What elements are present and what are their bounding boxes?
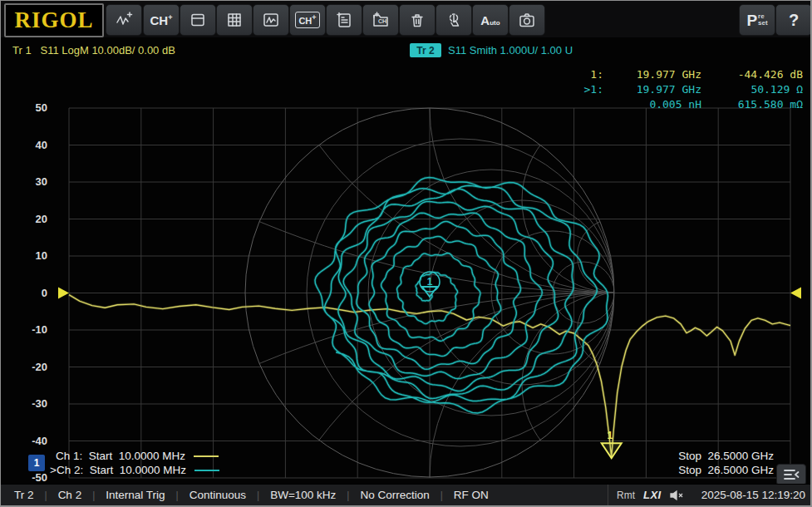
preset-label: P (746, 12, 757, 28)
help-icon: ? (789, 12, 799, 28)
trace2-smith (315, 178, 608, 414)
window-layout-icon (189, 11, 207, 29)
marker-readout-freq: 19.977 GHz (603, 67, 701, 82)
trace2-badge[interactable]: Tr 2 (410, 43, 441, 57)
toolbar-button-save-trace-data[interactable] (326, 4, 362, 36)
status-separator: | (45, 490, 47, 501)
mute-icon[interactable] (669, 490, 684, 501)
status-bandwidth[interactable]: BW=100 kHz (270, 489, 336, 501)
status-trigger[interactable]: Internal Trig (106, 489, 165, 501)
toolbar-button-channel-file[interactable]: CH (362, 4, 399, 36)
camera-icon (518, 11, 536, 29)
status-sweep[interactable]: Continuous (189, 489, 246, 501)
marker-readout-value: 615.580 mΩ (701, 97, 803, 112)
clipboard-add-icon (335, 11, 353, 29)
rigol-logo: RIGOL (4, 3, 104, 37)
toolbar-button-screenshot[interactable] (509, 4, 545, 36)
toolbar-button-window-layout[interactable] (180, 4, 216, 36)
toolbar-button-new-channel-window[interactable]: CH+ (289, 4, 326, 36)
marker-readout-value: -44.426 dB (701, 67, 803, 82)
status-correction[interactable]: No Correction (360, 489, 429, 501)
folder-ch-icon: CH (372, 11, 390, 29)
marker-1-logm[interactable]: 1 (602, 430, 622, 458)
ch2-stop-label: Stop 26.5000 GHz (678, 464, 774, 476)
y-axis-label: 20 (1, 213, 47, 225)
status-rf[interactable]: RF ON (454, 489, 489, 501)
svg-text:1: 1 (427, 276, 433, 288)
datetime: 2025-08-15 12:19:20 (701, 489, 805, 501)
status-separator: | (176, 490, 179, 501)
ch1-stop-label: Stop 26.5000 GHz (678, 450, 774, 462)
svg-text:CH: CH (378, 18, 386, 24)
collapse-menu-icon (782, 468, 800, 481)
toolbar-button-measurement-table[interactable] (216, 4, 253, 36)
status-separator: | (92, 490, 95, 501)
trace1-status[interactable]: Tr 1 S11 LogM 10.00dB/ 0.00 dB (12, 44, 175, 57)
marker-readout-freq: 19.977 GHz (603, 82, 701, 97)
marker-readout: 1:19.977 GHz-44.426 dB>1:19.977 GHz50.12… (572, 67, 803, 112)
y-axis-label: -20 (1, 361, 47, 373)
lxi-indicator: LXI (643, 489, 662, 501)
toolbar-button-auto-scale[interactable]: Auto (472, 4, 509, 36)
toolbar-button-new-trace-window[interactable] (253, 4, 289, 36)
svg-text:1: 1 (607, 430, 613, 441)
channel-1-info[interactable]: Ch 1: Start 10.0000 MHz (56, 450, 219, 462)
marker-readout-label (572, 97, 603, 112)
status-trace[interactable]: Tr 2 (14, 489, 34, 501)
y-axis-label: 0 (1, 287, 47, 299)
marker-readout-label: >1: (572, 82, 603, 97)
y-axis-label: -10 (1, 323, 47, 336)
toolbar-button-delete[interactable] (399, 4, 436, 36)
trace-add-icon (115, 11, 133, 29)
measurement-screen[interactable]: 11 Tr 1 S11 LogM 10.00dB/ 0.00 dB Tr 2 S… (1, 37, 812, 487)
vna-application: RIGOL CH+CH+CHAuto P reset ? 11 Tr 1 S11… (0, 0, 812, 507)
trace2-swatch (194, 470, 219, 471)
y-axis-label: -30 (1, 397, 47, 410)
preset-button[interactable]: P reset (739, 4, 775, 36)
toolbar-button-new-trace[interactable] (106, 4, 142, 36)
status-bar: Tr 2|Ch 2|Internal Trig|Continuous|BW=10… (1, 484, 810, 505)
channel-badge[interactable]: 1 (28, 455, 45, 471)
channel-2-info[interactable]: >Ch 2: Start 10.0000 MHz (50, 464, 219, 476)
trace-window-icon (262, 11, 280, 29)
y-axis-label: -40 (1, 435, 47, 447)
status-channel[interactable]: Ch 2 (58, 489, 82, 501)
trace1-swatch (194, 455, 219, 457)
touch-icon (445, 11, 463, 29)
status-right: Rmt LXI 2025-08-15 12:19:20 (608, 485, 805, 505)
y-axis-label: 50 (1, 101, 47, 114)
remote-indicator: Rmt (617, 490, 635, 501)
trash-icon (408, 11, 426, 29)
marker-readout-freq: 0.005 nH (603, 97, 701, 112)
ref-level-triangle-right[interactable] (790, 288, 801, 299)
y-axis-label: -50 (1, 471, 47, 484)
status-separator: | (347, 490, 349, 501)
table-icon (225, 11, 244, 29)
status-separator: | (440, 490, 443, 501)
toolbar-button-add-channel[interactable]: CH+ (143, 4, 180, 36)
y-axis-label: 40 (1, 139, 47, 151)
toolbar-button-touch-toggle[interactable] (436, 4, 472, 36)
y-axis-label: 30 (1, 175, 47, 188)
toolbar: RIGOL CH+CH+CHAuto P reset ? (1, 1, 810, 38)
marker-readout-label: 1: (572, 67, 603, 82)
help-button[interactable]: ? (775, 4, 812, 36)
status-separator: | (257, 490, 259, 501)
collapse-menu-button[interactable] (776, 464, 806, 485)
marker-readout-value: 50.129 Ω (701, 82, 803, 97)
trace2-status[interactable]: S11 Smith 1.000U/ 1.00 U (448, 44, 573, 57)
y-axis-label: 10 (1, 249, 47, 262)
ref-level-triangle-left[interactable] (58, 288, 69, 299)
